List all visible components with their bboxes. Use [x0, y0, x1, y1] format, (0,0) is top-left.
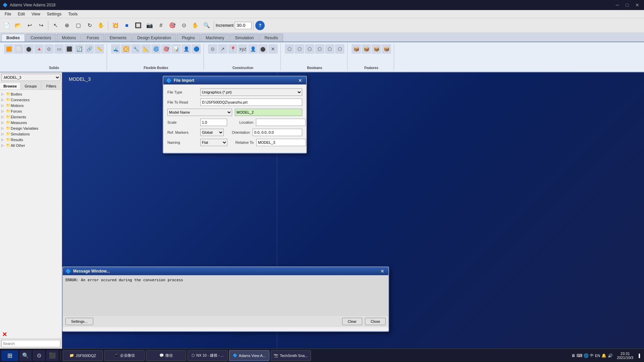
toolbar-new[interactable]: 📄 — [1, 20, 12, 31]
toolbar-select[interactable]: ↖ — [50, 20, 61, 31]
ribbon-icon-circle[interactable]: ⬤ — [258, 44, 268, 54]
toolbar-blue-box[interactable]: ■ — [121, 20, 132, 31]
tree-item-results[interactable]: ▷ 📁 Results — [1, 137, 60, 142]
ribbon-icon-bool2[interactable]: ⬡ — [295, 44, 304, 54]
message-window-close-x-button[interactable]: ✕ — [379, 268, 386, 274]
menu-tools[interactable]: Tools — [65, 11, 81, 17]
ref-markers-select[interactable]: Global Local — [200, 129, 224, 136]
ribbon-icon-axis[interactable]: ↗ — [218, 44, 227, 54]
tab-elements[interactable]: Elements — [105, 34, 131, 42]
toolbar-rotate[interactable]: ↻ — [84, 20, 95, 31]
menu-edit[interactable]: Edit — [14, 11, 28, 17]
start-button[interactable]: ⊞ — [1, 350, 18, 361]
ribbon-icon-person[interactable]: 👤 — [248, 44, 258, 54]
file-type-select[interactable]: Unigraphics (*.prt) — [200, 88, 302, 96]
model-name-input[interactable] — [235, 109, 302, 116]
viewport[interactable]: MODEL_3 🔷 File Import ✕ File Type Unigra… — [62, 72, 644, 349]
ribbon-icon-flex4[interactable]: 📐 — [141, 44, 151, 54]
scale-input[interactable] — [200, 119, 227, 126]
menu-settings[interactable]: Settings — [44, 11, 65, 17]
ribbon-icon-flex1[interactable]: 🌊 — [111, 44, 120, 54]
ribbon-icon-feat1[interactable]: 📦 — [352, 44, 361, 54]
tree-item-all-other[interactable]: ▷ 📁 All Other — [1, 142, 60, 148]
ribbon-icon-flex5[interactable]: 🌀 — [151, 44, 161, 54]
ribbon-icon-flex7[interactable]: 📊 — [171, 44, 181, 54]
taskbar-monitor-icon[interactable]: 🖥 — [571, 353, 575, 358]
taskbar-network-icon[interactable]: 🌐 — [584, 353, 589, 358]
tab-forces[interactable]: Forces — [82, 34, 104, 42]
minimize-button[interactable]: ─ — [614, 2, 621, 8]
ribbon-icon-flex6[interactable]: 🎯 — [161, 44, 171, 54]
location-input[interactable] — [256, 119, 306, 126]
ribbon-icon-cylinder[interactable]: ⬤ — [24, 44, 34, 54]
toolbar-zoom[interactable]: 🔍 — [201, 20, 212, 31]
toolbar-render[interactable]: 🔲 — [133, 20, 144, 31]
file-import-close-button[interactable]: ✕ — [297, 78, 304, 83]
ribbon-icon-plate[interactable]: ▭ — [54, 44, 64, 54]
ribbon-icon-feat2[interactable]: 📦 — [362, 44, 371, 54]
tab-motions[interactable]: Motions — [57, 34, 81, 42]
ribbon-icon-feat4[interactable]: 📦 — [382, 44, 391, 54]
ribbon-icon-bool1[interactable]: ⬡ — [285, 44, 294, 54]
taskbar-app-3[interactable]: 📱 企业微信 — [104, 350, 145, 361]
increment-input[interactable] — [235, 22, 252, 29]
taskbar-search-button[interactable]: 🔍 — [19, 350, 32, 361]
tab-bodies[interactable]: Bodies — [1, 34, 25, 42]
toolbar-redo[interactable]: ↪ — [36, 20, 46, 31]
file-to-read-input[interactable] — [200, 99, 302, 106]
toolbar-pan[interactable]: ✋ — [190, 20, 201, 31]
taskbar-taskview-button[interactable]: ⬛ — [46, 350, 58, 361]
ribbon-icon-bool4[interactable]: ⬡ — [315, 44, 324, 54]
ribbon-icon-point[interactable]: ⊙ — [208, 44, 217, 54]
taskbar-show-desktop[interactable]: ▌ — [637, 354, 643, 358]
taskbar-lang-icon[interactable]: EN — [595, 354, 600, 358]
toolbar-target[interactable]: 🎯 — [167, 20, 178, 31]
browse-tab-groups[interactable]: Groups — [20, 83, 41, 89]
tab-results[interactable]: Results — [260, 34, 283, 42]
ribbon-icon-xyz[interactable]: xyz — [238, 44, 248, 54]
tab-plugins[interactable]: Plugins — [177, 34, 200, 42]
tree-item-elements[interactable]: ▷ 📁 Elements — [1, 114, 60, 120]
ribbon-icon-bool6[interactable]: ⬡ — [335, 44, 344, 54]
model-name-type-select[interactable]: Model Name Part Name — [167, 109, 232, 116]
tab-design-exploration[interactable]: Design Exploration — [132, 34, 176, 42]
tree-item-connectors[interactable]: ▷ 📁 Connectors — [1, 97, 60, 103]
ribbon-icon-bool5[interactable]: ⬡ — [325, 44, 334, 54]
search-input[interactable] — [1, 340, 60, 347]
ribbon-icon-cone[interactable]: 🔺 — [34, 44, 44, 54]
toolbar-grid[interactable]: # — [156, 20, 166, 31]
tree-item-bodies[interactable]: ▷ 📁 Bodies — [1, 91, 60, 97]
close-button[interactable]: Close — [365, 318, 386, 325]
ribbon-icon-box[interactable]: 🟧 — [4, 44, 13, 54]
tab-connectors[interactable]: Connectors — [25, 34, 56, 42]
menu-view[interactable]: View — [28, 11, 44, 17]
close-button[interactable]: ✕ — [633, 2, 641, 8]
ribbon-icon-cross[interactable]: ✕ — [268, 44, 278, 54]
message-window-title-bar[interactable]: 🔷 Message Window... ✕ — [63, 267, 388, 275]
ribbon-icon-flex2[interactable]: 🔀 — [121, 44, 130, 54]
browse-tab-filters[interactable]: Filters — [41, 83, 62, 89]
tree-item-measures[interactable]: ▷ 📁 Measures — [1, 120, 60, 125]
toolbar-transform[interactable]: ⊕ — [61, 20, 72, 31]
tab-simulation[interactable]: Simulation — [230, 34, 259, 42]
browse-tab-browse[interactable]: Browse — [0, 83, 20, 89]
taskbar-clock[interactable]: 23:31 2021/10/3 — [614, 352, 636, 360]
ribbon-icon-flex3[interactable]: 🔧 — [131, 44, 141, 54]
model-dropdown[interactable]: .MODEL_3 — [1, 74, 60, 81]
naming-select[interactable]: Flat Hierarchical — [200, 139, 227, 146]
orientation-input[interactable] — [253, 129, 302, 136]
toolbar-explode[interactable]: 💥 — [110, 20, 121, 31]
help-button[interactable]: ? — [255, 21, 265, 30]
settings-button[interactable]: Settings... — [65, 318, 93, 325]
maximize-button[interactable]: □ — [624, 2, 631, 8]
ribbon-icon-link[interactable]: 🔗 — [85, 44, 94, 54]
toolbar-open[interactable]: 📂 — [13, 20, 23, 31]
ribbon-icon-torus[interactable]: ⊙ — [44, 44, 54, 54]
tree-item-forces[interactable]: ▷ 📁 Forces — [1, 108, 60, 114]
ribbon-icon-sphere[interactable]: ⚪ — [14, 44, 23, 54]
ribbon-icon-revolve[interactable]: 🔄 — [74, 44, 84, 54]
toolbar-undo[interactable]: ↩ — [24, 20, 35, 31]
taskbar-input-icon[interactable]: 中 — [590, 353, 594, 358]
toolbar-select-box[interactable]: ▢ — [73, 20, 84, 31]
clear-button[interactable]: Clear — [342, 318, 362, 325]
